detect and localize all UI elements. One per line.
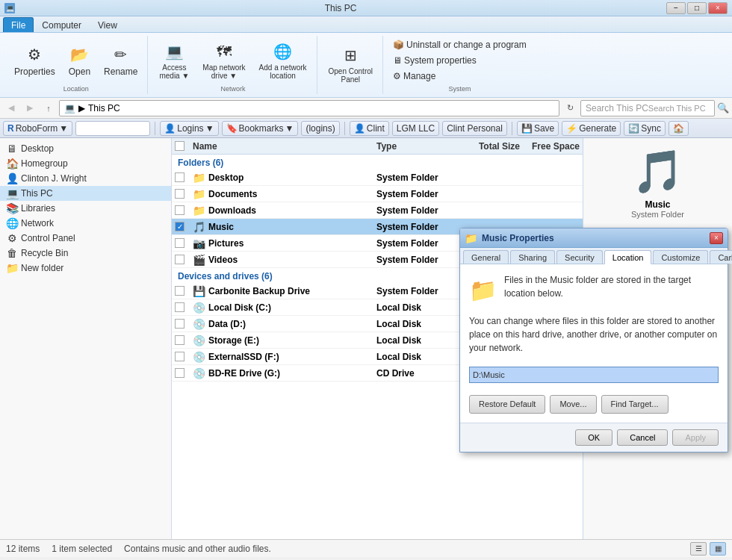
sync-button[interactable]: 🔄 Sync (624, 121, 666, 136)
save-button[interactable]: 💾 Save (517, 121, 559, 136)
open-icon: 📂 (69, 44, 90, 65)
row-check[interactable] (172, 352, 190, 361)
bookmarks-button[interactable]: 🔖 Bookmarks ▼ (222, 121, 299, 136)
thispc-label: This PC (21, 188, 53, 199)
tab-security[interactable]: Security (556, 250, 603, 264)
map-network-button[interactable]: 🗺 Map networkdrive ▼ (197, 39, 250, 82)
restore-default-button[interactable]: Restore Default (469, 395, 545, 414)
row-check[interactable] (172, 286, 190, 296)
table-row[interactable]: 📁 Downloads System Folder (172, 202, 583, 219)
row-checkbox[interactable] (175, 172, 184, 182)
details-view-button[interactable]: ☰ (690, 542, 707, 556)
clint-personal-button[interactable]: Clint Personal (442, 121, 507, 136)
sidebar-item-desktop[interactable]: 🖥 Desktop (0, 141, 171, 156)
control-panel-button[interactable]: ⊞ Open ControlPanel (323, 43, 378, 86)
sidebar-item-newfolder[interactable]: 📁 New folder (0, 261, 171, 276)
table-row[interactable]: 📁 Desktop System Folder (172, 169, 583, 186)
maximize-button[interactable]: □ (687, 2, 707, 14)
row-checkbox[interactable] (175, 335, 184, 345)
sidebar-item-network[interactable]: 🌐 Network (0, 216, 171, 231)
generate-button[interactable]: ⚡ Generate (562, 121, 621, 136)
row-checkbox[interactable] (175, 238, 184, 248)
properties-button[interactable]: ⚙ Properties (9, 42, 61, 79)
row-check[interactable] (172, 319, 190, 329)
row-check[interactable] (172, 172, 190, 182)
tab-view[interactable]: View (90, 17, 125, 32)
sidebar-item-recyclebin[interactable]: 🗑 Recycle Bin (0, 246, 171, 261)
row-check[interactable] (172, 368, 190, 378)
table-row[interactable]: 📁 Documents System Folder (172, 186, 583, 202)
save-icon: 💾 (521, 123, 533, 134)
cancel-button[interactable]: Cancel (617, 429, 668, 446)
tab-file[interactable]: File (3, 17, 34, 32)
sidebar-item-homegroup[interactable]: 🏠 Homegroup (0, 156, 171, 171)
free-column-header[interactable]: Free Space (523, 141, 583, 152)
back-button[interactable]: ◀ (3, 100, 19, 116)
row-checkbox[interactable] (175, 189, 184, 199)
row-checkbox[interactable] (175, 255, 184, 264)
manage-button[interactable]: ⚙ Manage (389, 69, 530, 84)
row-check[interactable] (172, 238, 190, 248)
uninstall-button[interactable]: 📦 Uninstall or change a program (389, 37, 530, 52)
rename-button[interactable]: ✏ Rename (99, 42, 143, 79)
window-controls: − □ × (666, 2, 728, 14)
row-check[interactable] (172, 255, 190, 264)
dialog-content-folder-icon: 📁 (469, 273, 497, 307)
lgm-llc-button[interactable]: LGM LLC (392, 121, 439, 136)
search-icon[interactable]: 🔍 (717, 102, 729, 113)
control-panel-icon: ⊞ (340, 45, 361, 66)
list-view-button[interactable]: ▦ (710, 542, 726, 556)
row-check[interactable] (172, 189, 190, 199)
close-button[interactable]: × (708, 2, 728, 14)
clint-button[interactable]: 👤 Clint (350, 121, 389, 136)
move-button[interactable]: Move... (550, 395, 596, 414)
row-check[interactable]: ✓ (172, 222, 190, 231)
select-all-checkbox[interactable] (175, 141, 184, 151)
find-target-button[interactable]: Find Target... (601, 395, 669, 414)
row-check[interactable] (172, 205, 190, 215)
sidebar-item-libraries[interactable]: 📚 Libraries (0, 201, 171, 216)
tab-sharing[interactable]: Sharing (510, 250, 555, 264)
row-check[interactable] (172, 335, 190, 345)
dialog-close-button[interactable]: × (710, 232, 723, 244)
size-column-header[interactable]: Total Size (463, 141, 523, 152)
logins-button[interactable]: 👤 Logins ▼ (160, 121, 218, 136)
tab-customize[interactable]: Customize (653, 250, 708, 264)
dialog-path-input[interactable] (469, 367, 719, 383)
type-column-header[interactable]: Type (373, 141, 463, 152)
system-properties-button[interactable]: 🖥 System properties (389, 53, 530, 68)
roboform-search-input[interactable] (75, 121, 150, 136)
refresh-button[interactable]: ↻ (562, 100, 578, 116)
view-controls: ☰ ▦ (690, 542, 726, 556)
sidebar-item-thispc[interactable]: 💻 This PC (0, 186, 171, 201)
ribbon-group-controlpanel: ⊞ Open ControlPanel (319, 36, 383, 94)
up-button[interactable]: ↑ (40, 100, 57, 116)
name-column-header[interactable]: Name (190, 141, 373, 152)
address-path[interactable]: 💻 ▶ This PC (59, 100, 559, 116)
add-network-button[interactable]: 🌐 Add a networklocation (254, 39, 312, 82)
row-checkbox[interactable] (175, 286, 184, 296)
search-box[interactable]: Search This PC Search This PC (580, 100, 715, 116)
row-check[interactable] (172, 302, 190, 312)
home-button[interactable]: 🏠 (669, 121, 689, 136)
tab-computer[interactable]: Computer (34, 17, 90, 32)
row-checkbox[interactable] (175, 302, 184, 312)
row-checkbox[interactable]: ✓ (175, 222, 184, 231)
tab-general[interactable]: General (463, 250, 509, 264)
row-checkbox[interactable] (175, 319, 184, 329)
open-button[interactable]: 📂 Open (63, 42, 96, 79)
logins-parens-button[interactable]: (logins) (301, 121, 339, 136)
tab-carbonite[interactable]: Carbonite (710, 250, 732, 264)
ok-button[interactable]: OK (575, 429, 612, 446)
minimize-button[interactable]: − (666, 2, 686, 14)
access-media-button[interactable]: 💻 Accessmedia ▼ (154, 39, 194, 82)
row-checkbox[interactable] (175, 205, 184, 215)
row-checkbox[interactable] (175, 368, 184, 378)
apply-button[interactable]: Apply (672, 429, 719, 446)
sidebar-item-user[interactable]: 👤 Clinton J. Wright (0, 171, 171, 186)
roboform-brand-button[interactable]: R RoboForm ▼ (3, 121, 72, 136)
forward-button[interactable]: ▶ (22, 100, 38, 116)
row-checkbox[interactable] (175, 352, 184, 361)
sidebar-item-controlpanel[interactable]: ⚙ Control Panel (0, 231, 171, 246)
tab-location[interactable]: Location (604, 250, 652, 264)
